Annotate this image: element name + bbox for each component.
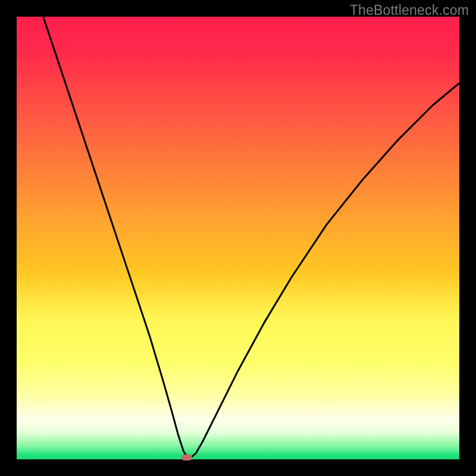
plot-area <box>17 17 459 459</box>
optimum-marker <box>181 455 192 461</box>
watermark-text: TheBottleneck.com <box>350 2 469 18</box>
chart-frame: TheBottleneck.com <box>0 0 476 476</box>
curve-layer <box>17 17 459 459</box>
bottleneck-curve <box>43 17 459 458</box>
